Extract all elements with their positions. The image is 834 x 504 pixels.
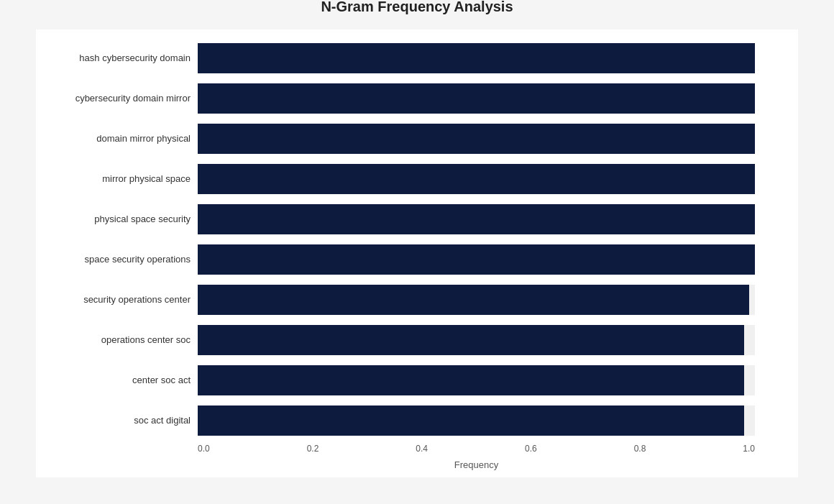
x-tick: 0.0: [198, 444, 307, 454]
bar-label: cybersecurity domain mirror: [43, 93, 198, 104]
bar-track: [198, 285, 755, 315]
bar-row: security operations center: [43, 281, 755, 319]
bar-row: domain mirror physical: [43, 120, 755, 157]
bar-track: [198, 204, 755, 234]
bar-fill: [198, 124, 755, 154]
bar-row: space security operations: [43, 241, 755, 278]
x-tick: 0.6: [525, 444, 634, 454]
bar-label: operations center soc: [43, 334, 198, 345]
bar-label: hash cybersecurity domain: [43, 52, 198, 63]
bar-label: space security operations: [43, 254, 198, 265]
bar-fill: [198, 406, 744, 436]
bar-label: center soc act: [43, 375, 198, 385]
bar-label: security operations center: [43, 294, 198, 305]
bar-label: mirror physical space: [43, 173, 198, 184]
bar-track: [198, 365, 755, 395]
bar-fill: [198, 365, 744, 395]
chart-container: N-Gram Frequency Analysis hash cybersecu…: [22, 0, 812, 504]
chart-title: N-Gram Frequency Analysis: [36, 0, 798, 15]
bar-track: [198, 325, 755, 355]
x-tick: 0.2: [307, 444, 416, 454]
x-axis: 0.00.20.40.60.81.0: [198, 444, 755, 454]
bar-row: mirror physical space: [43, 160, 755, 198]
bar-row: physical space security: [43, 201, 755, 238]
x-tick: 0.8: [634, 444, 743, 454]
bar-track: [198, 244, 755, 275]
bar-row: hash cybersecurity domain: [43, 40, 755, 77]
chart-area: hash cybersecurity domaincybersecurity d…: [36, 29, 798, 477]
bar-fill: [198, 204, 755, 234]
bar-fill: [198, 325, 744, 355]
bar-row: center soc act: [43, 362, 755, 399]
bar-label: soc act digital: [43, 415, 198, 426]
bar-fill: [198, 83, 755, 114]
bar-label: physical space security: [43, 214, 198, 224]
x-tick: 0.4: [416, 444, 525, 454]
bar-track: [198, 164, 755, 194]
bars-group: hash cybersecurity domaincybersecurity d…: [43, 40, 755, 439]
x-tick: 1.0: [743, 444, 755, 454]
bar-row: cybersecurity domain mirror: [43, 80, 755, 117]
bar-fill: [198, 43, 755, 73]
bar-track: [198, 124, 755, 154]
bar-row: soc act digital: [43, 402, 755, 439]
bar-track: [198, 406, 755, 436]
bar-row: operations center soc: [43, 321, 755, 359]
bar-track: [198, 83, 755, 114]
bar-fill: [198, 164, 755, 194]
bar-track: [198, 43, 755, 73]
bar-fill: [198, 244, 755, 275]
x-axis-label: Frequency: [198, 459, 755, 470]
bar-label: domain mirror physical: [43, 133, 198, 144]
bar-fill: [198, 285, 749, 315]
